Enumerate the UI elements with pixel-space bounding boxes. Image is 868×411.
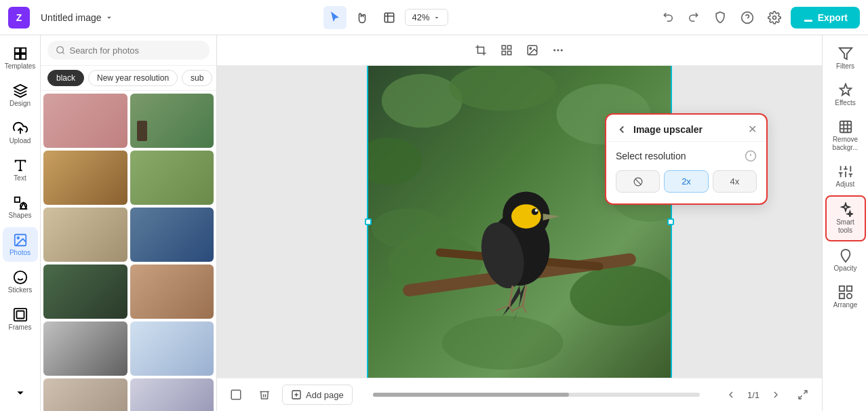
document-title[interactable]: Untitled image — [41, 12, 114, 23]
photo-item-8[interactable] — [130, 265, 214, 319]
no-resolution-icon — [633, 177, 643, 187]
photo-item-5[interactable] — [43, 208, 127, 262]
right-sidebar-adjust[interactable]: Adjust — [825, 159, 866, 194]
sidebar-item-design[interactable]: Design — [3, 78, 38, 113]
canvas-delete-button[interactable] — [254, 384, 275, 406]
export-icon — [803, 12, 814, 23]
smart-tools-label: Smart tools — [831, 218, 861, 235]
hand-icon — [356, 12, 368, 24]
photo-item-1[interactable] — [43, 94, 127, 148]
photo-item-6[interactable] — [130, 208, 214, 262]
select-tool-button[interactable] — [323, 6, 347, 29]
sidebar-item-templates[interactable]: Templates — [3, 41, 38, 75]
stickers-label: Stickers — [8, 286, 33, 294]
grid-button[interactable] — [496, 39, 517, 61]
hand-tool-button[interactable] — [351, 6, 374, 29]
prev-page-icon — [726, 389, 736, 400]
templates-icon — [13, 46, 28, 61]
resolution-4x-button[interactable]: 4x — [713, 170, 757, 193]
text-label: Text — [14, 174, 26, 182]
upscaler-close-button[interactable]: ✕ — [748, 123, 757, 136]
scrollbar-thumb[interactable] — [373, 393, 569, 397]
add-page-button[interactable]: Add page — [282, 385, 353, 405]
svg-point-40 — [442, 316, 563, 370]
svg-line-67 — [804, 391, 807, 394]
photo-item-4[interactable] — [130, 151, 214, 205]
svg-rect-7 — [20, 54, 25, 59]
topbar: Z Untitled image 42% — [0, 0, 868, 35]
crop-button[interactable] — [470, 39, 492, 61]
prev-page-button[interactable] — [720, 384, 742, 406]
sidebar-item-frames[interactable]: Frames — [3, 302, 38, 336]
svg-line-62 — [635, 178, 641, 184]
right-sidebar-smart-tools[interactable]: Smart tools — [825, 195, 866, 241]
photo-item-10[interactable] — [130, 321, 214, 376]
sidebar-item-text[interactable]: Text — [3, 153, 38, 187]
frame-tool-button[interactable] — [378, 6, 401, 29]
resolution-none-button[interactable] — [616, 170, 660, 193]
photo-item-9[interactable] — [43, 321, 127, 376]
sidebar-item-stickers[interactable]: Stickers — [3, 265, 38, 299]
shield-icon-button[interactable] — [709, 7, 731, 28]
help-button[interactable] — [736, 7, 758, 28]
page-navigation: 1/1 — [720, 384, 814, 406]
fullscreen-button[interactable] — [792, 384, 814, 406]
undo-button[interactable] — [658, 7, 679, 28]
sidebar-item-photos[interactable]: Photos — [3, 227, 38, 262]
photo-item-3[interactable] — [43, 151, 127, 205]
photo-item-11[interactable] — [43, 378, 127, 411]
more-options-button[interactable] — [547, 39, 569, 61]
photo-item-2[interactable] — [130, 94, 214, 148]
remove-bg-icon — [838, 119, 853, 134]
canvas-thumbnail-button[interactable] — [225, 384, 247, 406]
canvas-scrollbar[interactable] — [373, 393, 700, 397]
right-sidebar-filters[interactable]: Filters — [825, 41, 866, 76]
right-sidebar-effects[interactable]: Effects — [825, 77, 866, 113]
sidebar-item-more[interactable] — [3, 380, 38, 406]
right-sidebar-arrange[interactable]: Arrange — [825, 279, 866, 315]
title-dropdown-icon — [104, 13, 114, 22]
photo-item-12[interactable] — [130, 378, 214, 411]
svg-rect-11 — [14, 197, 19, 202]
replace-button[interactable] — [521, 39, 543, 61]
resolution-2x-button[interactable]: 2x — [664, 170, 708, 193]
photos-panel: black New year resolution sub — [41, 35, 217, 411]
canvas-wrap: Page 1 — [217, 66, 822, 378]
search-icon — [56, 45, 65, 56]
svg-point-56 — [372, 208, 446, 248]
tag-black[interactable]: black — [47, 70, 84, 86]
settings-button[interactable] — [764, 7, 785, 28]
undo-redo-group — [658, 7, 704, 28]
opacity-icon — [838, 248, 853, 263]
shapes-icon — [13, 195, 28, 210]
image-upscaler-panel: Image upscaler ✕ Select resolution 2x 4x — [605, 113, 768, 205]
canvas-image-container[interactable] — [367, 66, 672, 378]
svg-point-30 — [557, 50, 559, 52]
sidebar-item-upload[interactable]: Upload — [3, 115, 38, 150]
frames-icon — [13, 307, 28, 322]
resize-handle-mr[interactable] — [667, 218, 674, 225]
arrange-icon — [838, 285, 853, 300]
resize-handle-ml[interactable] — [365, 218, 372, 225]
upscaler-back-button[interactable] — [616, 123, 628, 136]
next-page-button[interactable] — [765, 384, 787, 406]
photo-item-7[interactable] — [43, 265, 127, 319]
upscaler-body: Select resolution 2x 4x — [606, 142, 766, 203]
arrange-label: Arrange — [833, 301, 858, 309]
tag-new-year[interactable]: New year resolution — [88, 70, 178, 86]
search-input-wrap[interactable] — [47, 41, 210, 60]
svg-rect-63 — [231, 390, 241, 399]
redo-button[interactable] — [682, 7, 704, 28]
sidebar-item-shapes[interactable]: Shapes — [3, 190, 38, 224]
search-input[interactable] — [69, 45, 201, 56]
right-sidebar-remove-bg[interactable]: Remove backgr... — [825, 114, 866, 157]
effects-label: Effects — [835, 99, 855, 107]
grid-icon — [500, 44, 513, 56]
add-page-icon — [291, 389, 302, 400]
canvas-area: Page 1 — [217, 35, 822, 411]
zoom-control[interactable]: 42% — [405, 9, 448, 26]
right-sidebar-opacity[interactable]: Opacity — [825, 243, 866, 278]
tag-sub[interactable]: sub — [182, 70, 212, 86]
export-button[interactable]: Export — [791, 7, 860, 28]
svg-marker-69 — [839, 48, 851, 60]
